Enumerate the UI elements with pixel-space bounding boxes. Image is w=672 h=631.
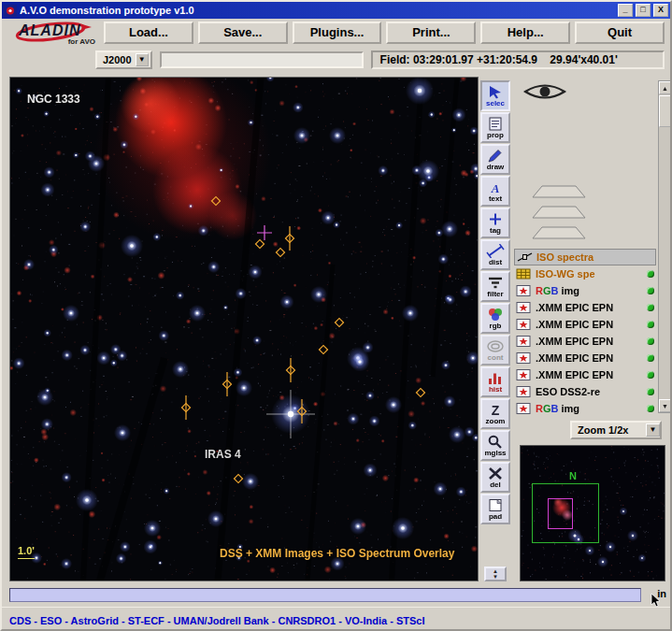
plane-grid-icon: [516, 267, 532, 280]
sky-view[interactable]: [10, 78, 478, 581]
tool-rgb-button[interactable]: rgb: [480, 303, 510, 334]
minimize-button[interactable]: _: [618, 4, 633, 17]
aladin-logo: ALADIN for AVO: [4, 20, 99, 46]
mouse-pointer-icon: [651, 594, 661, 608]
eye-icon[interactable]: [523, 79, 566, 105]
tool-filter-button[interactable]: filter: [480, 271, 510, 302]
empty-plane-slots: [527, 183, 593, 247]
load-button[interactable]: Load...: [104, 22, 193, 44]
tool-del-button[interactable]: del: [480, 462, 510, 493]
plane-star-icon: [516, 402, 532, 415]
plane-status-ball: [647, 388, 654, 395]
dist-icon: [486, 243, 505, 258]
tool-tag-button[interactable]: tag: [480, 208, 510, 238]
stack-scrollbar[interactable]: ▲ ▼: [658, 80, 672, 413]
tool-prop-button[interactable]: prop: [480, 112, 510, 143]
del-icon: [486, 466, 505, 480]
tag-icon: [486, 211, 505, 226]
quit-button[interactable]: Quit: [575, 22, 665, 44]
partner-links[interactable]: CDS - ESO - AstroGrid - ST-ECF - UMAN/Jo…: [9, 615, 425, 626]
frame-select[interactable]: J2000 ▼: [95, 50, 152, 69]
pad-icon: [486, 497, 505, 512]
chevron-down-icon: ▼: [646, 423, 660, 437]
window-title: A.V.O demonstration prototype v1.0: [20, 5, 615, 16]
draw-icon: [486, 148, 505, 163]
main-toolbar: ALADIN for AVO Load... Save... Plugins..…: [2, 19, 670, 47]
command-input[interactable]: [9, 588, 641, 602]
tool-hist-button[interactable]: hist: [480, 366, 510, 397]
app-icon: [4, 5, 17, 17]
plane-row-4[interactable]: .XMM EPIC EPN: [514, 299, 656, 316]
plane-status-ball: [647, 270, 654, 278]
tool-zoom-button[interactable]: Zzoom: [480, 398, 510, 429]
tool-dist-button[interactable]: dist: [480, 239, 510, 270]
print-button[interactable]: Print...: [386, 22, 476, 44]
plane-star-icon: [516, 351, 532, 365]
plane-star-icon: [516, 368, 532, 381]
save-button[interactable]: Save...: [198, 22, 288, 44]
tool-mglss-button[interactable]: mglss: [480, 430, 510, 461]
plane-stack-list: ISO spectraISO-WG speRGB img.XMM EPIC EP…: [514, 249, 656, 417]
maximize-button[interactable]: □: [636, 4, 651, 17]
rgb-icon: [486, 307, 505, 322]
chevron-down-icon: ▼: [136, 53, 149, 66]
plane-row-9[interactable]: ESO DSS2-re: [514, 383, 656, 400]
tool-column: selecpropdrawAtexttagdistfilterrgbconthi…: [479, 73, 512, 584]
compass-north-label: N: [569, 470, 577, 481]
plane-row-8[interactable]: .XMM EPIC EPN: [514, 366, 656, 383]
plane-row-5[interactable]: .XMM EPIC EPN: [514, 316, 656, 333]
plane-status-ball: [647, 287, 654, 294]
plane-row-10[interactable]: RGB img: [514, 400, 656, 417]
zoom-window-rect[interactable]: [548, 498, 573, 529]
title-bar: A.V.O demonstration prototype v1.0 _ □ X: [2, 2, 670, 19]
mglss-icon: [486, 434, 505, 449]
text-icon: A: [486, 179, 505, 194]
tool-cont-button: cont: [480, 335, 510, 366]
tool-selec-button[interactable]: selec: [480, 80, 510, 111]
plane-slider-icon: [517, 251, 533, 264]
sky-view-frame: NGC 1333 IRAS 4 DSS + XMM Images + ISO S…: [9, 77, 479, 581]
zoom-select[interactable]: Zoom 1/2x ▼: [570, 421, 662, 439]
plane-star-icon: [516, 385, 532, 398]
overlay-caption: DSS + XMM Images + ISO Spectrum Overlay: [220, 547, 454, 560]
svg-text:A: A: [491, 180, 500, 194]
tool-draw-button[interactable]: draw: [480, 144, 510, 175]
plane-row-1[interactable]: ISO spectra: [514, 249, 656, 265]
cont-icon: [486, 338, 505, 353]
zoom-icon: Z: [486, 402, 505, 417]
plane-star-icon: [516, 301, 532, 314]
scroll-up-icon[interactable]: ▲: [659, 81, 671, 94]
plane-row-6[interactable]: .XMM EPIC EPN: [514, 333, 656, 350]
svg-text:Z: Z: [492, 403, 500, 417]
scale-bar: 1.0': [18, 545, 35, 559]
app-window: A.V.O demonstration prototype v1.0 _ □ X…: [0, 0, 672, 631]
plane-row-2[interactable]: ISO-WG spe: [514, 265, 656, 282]
tool-pad-button[interactable]: pad: [480, 494, 510, 524]
object-label-iras4: IRAS 4: [205, 448, 241, 461]
selec-icon: [486, 84, 505, 99]
help-button[interactable]: Help...: [480, 22, 570, 44]
filter-icon: [486, 275, 505, 290]
close-button[interactable]: X: [653, 4, 668, 17]
plane-star-icon: [516, 284, 532, 297]
field-readout: Field: 03:29:01.97 +31:20:54.9 29.94'x40…: [371, 50, 665, 69]
plane-row-7[interactable]: .XMM EPIC EPN: [514, 350, 656, 366]
zoom-thumbnail-frame: N: [520, 445, 665, 581]
plane-status-ball: [647, 304, 654, 311]
scrollbar-thumb[interactable]: [659, 95, 671, 127]
plugins-button[interactable]: Plugins...: [293, 22, 382, 44]
plane-star-icon: [516, 318, 532, 331]
logo-subtext: for AVO: [68, 37, 95, 46]
zoom-select-value: Zoom 1/2x: [578, 424, 628, 436]
position-input[interactable]: [160, 51, 364, 68]
tool-text-button[interactable]: Atext: [480, 176, 510, 207]
plane-status-ball: [647, 321, 654, 328]
scroll-down-icon: ▼: [493, 574, 498, 580]
plane-row-3[interactable]: RGB img: [514, 282, 656, 299]
prop-icon: [486, 116, 505, 131]
main-area: NGC 1333 IRAS 4 DSS + XMM Images + ISO S…: [2, 73, 670, 584]
command-bar: in: [2, 584, 670, 607]
tool-scroll-button[interactable]: ▲▼: [484, 566, 507, 581]
plane-stack-panel: ▲ ▼ ISO spectraISO-WG speRGB img.XMM EPI…: [512, 73, 672, 584]
scroll-down-icon[interactable]: ▼: [659, 399, 671, 412]
